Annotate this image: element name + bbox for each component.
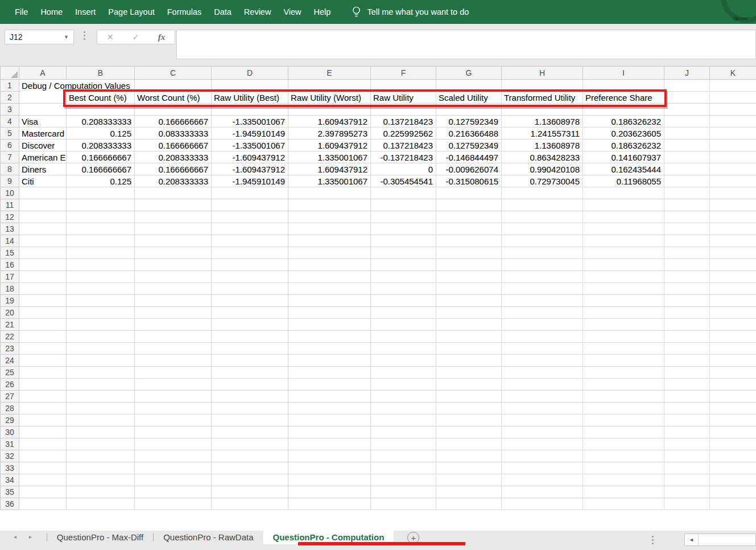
cell-E10[interactable]	[288, 187, 371, 199]
cell-C32[interactable]	[135, 450, 212, 462]
cell-I26[interactable]	[583, 379, 664, 391]
row-header-1[interactable]: 1	[1, 80, 19, 92]
cell-C28[interactable]	[135, 403, 212, 414]
cell-H20[interactable]	[502, 307, 583, 319]
cell-E15[interactable]	[288, 247, 371, 259]
cell-B15[interactable]	[67, 247, 135, 259]
cell-F17[interactable]	[371, 271, 436, 283]
cell-A35[interactable]	[19, 486, 67, 498]
cell-C23[interactable]	[135, 343, 212, 355]
cell-K1[interactable]	[710, 80, 756, 92]
cell-A7[interactable]: American Express	[19, 151, 67, 163]
cell-C4[interactable]: 0.166666667	[135, 116, 212, 128]
cell-H23[interactable]	[502, 343, 583, 355]
sheet-tab-maxdiff[interactable]: QuestionPro - Max-Diff	[47, 531, 153, 544]
cell-E11[interactable]	[288, 199, 371, 211]
cell-F1[interactable]	[371, 80, 436, 92]
cell-I7[interactable]: 0.141607937	[583, 151, 664, 163]
cell-H21[interactable]	[502, 319, 583, 331]
cell-A15[interactable]	[19, 247, 67, 259]
row-header-13[interactable]: 13	[1, 223, 19, 235]
cell-C26[interactable]	[135, 379, 212, 391]
cell-B12[interactable]	[67, 211, 135, 223]
cell-H32[interactable]	[502, 450, 583, 462]
cell-H35[interactable]	[502, 486, 583, 498]
cell-I8[interactable]: 0.162435444	[583, 163, 664, 175]
cell-J11[interactable]	[664, 199, 710, 211]
cell-B17[interactable]	[67, 271, 135, 283]
row-header-30[interactable]: 30	[1, 426, 19, 438]
cell-D26[interactable]	[212, 379, 288, 391]
cell-F11[interactable]	[371, 199, 436, 211]
cell-D11[interactable]	[212, 199, 288, 211]
cell-J14[interactable]	[664, 235, 710, 247]
cell-G29[interactable]	[436, 414, 502, 426]
cell-C10[interactable]	[135, 187, 212, 199]
col-header-J[interactable]: J	[664, 67, 710, 80]
cell-H34[interactable]	[502, 474, 583, 486]
cell-I3[interactable]	[583, 104, 664, 116]
cell-A16[interactable]	[19, 259, 67, 271]
cell-D16[interactable]	[212, 259, 288, 271]
cell-A24[interactable]	[19, 355, 67, 367]
cell-C9[interactable]: 0.208333333	[135, 175, 212, 187]
cell-H12[interactable]	[502, 211, 583, 223]
cell-G10[interactable]	[436, 187, 502, 199]
cell-K16[interactable]	[710, 259, 756, 271]
cell-A33[interactable]	[19, 462, 67, 474]
cell-E25[interactable]	[288, 367, 371, 379]
cell-I20[interactable]	[583, 307, 664, 319]
cell-E14[interactable]	[288, 235, 371, 247]
cell-H7[interactable]: 0.863428233	[502, 151, 583, 163]
formula-input[interactable]	[176, 30, 756, 59]
cell-G13[interactable]	[436, 223, 502, 235]
cell-K32[interactable]	[710, 450, 756, 462]
cell-K10[interactable]	[710, 187, 756, 199]
cell-F34[interactable]	[371, 474, 436, 486]
cell-D15[interactable]	[212, 247, 288, 259]
cell-J10[interactable]	[664, 187, 710, 199]
cell-G21[interactable]	[436, 319, 502, 331]
cell-A10[interactable]	[19, 187, 67, 199]
row-header-23[interactable]: 23	[1, 343, 19, 355]
cell-E13[interactable]	[288, 223, 371, 235]
cell-K14[interactable]	[710, 235, 756, 247]
cell-A30[interactable]	[19, 426, 67, 438]
cell-I24[interactable]	[583, 355, 664, 367]
cell-D4[interactable]: -1.335001067	[212, 116, 288, 128]
cell-F28[interactable]	[371, 403, 436, 414]
menu-item-view[interactable]: View	[277, 7, 307, 17]
cell-B26[interactable]	[67, 379, 135, 391]
cell-J1[interactable]	[664, 80, 710, 92]
col-header-D[interactable]: D	[212, 67, 288, 80]
row-header-33[interactable]: 33	[1, 462, 19, 474]
cell-G26[interactable]	[436, 379, 502, 391]
menu-item-home[interactable]: Home	[34, 7, 69, 17]
row-header-12[interactable]: 12	[1, 211, 19, 223]
insert-function-icon[interactable]: fx	[158, 32, 166, 42]
menu-item-data[interactable]: Data	[208, 7, 238, 17]
cell-F2[interactable]: Raw Utility	[371, 92, 436, 104]
cell-E5[interactable]: 2.397895273	[288, 128, 371, 139]
cell-F24[interactable]	[371, 355, 436, 367]
cell-F30[interactable]	[371, 426, 436, 438]
cell-B32[interactable]	[67, 450, 135, 462]
cell-A6[interactable]: Discover	[19, 139, 67, 151]
cell-C12[interactable]	[135, 211, 212, 223]
cell-J29[interactable]	[664, 414, 710, 426]
cell-J17[interactable]	[664, 271, 710, 283]
menu-item-page-layout[interactable]: Page Layout	[102, 7, 160, 17]
cell-A19[interactable]	[19, 295, 67, 307]
cell-D22[interactable]	[212, 331, 288, 343]
cell-I14[interactable]	[583, 235, 664, 247]
cell-G35[interactable]	[436, 486, 502, 498]
cell-H22[interactable]	[502, 331, 583, 343]
menu-item-help[interactable]: Help	[308, 7, 337, 17]
cell-K8[interactable]	[710, 163, 756, 175]
cell-H26[interactable]	[502, 379, 583, 391]
cell-B20[interactable]	[67, 307, 135, 319]
cell-H19[interactable]	[502, 295, 583, 307]
cell-B22[interactable]	[67, 331, 135, 343]
cell-G22[interactable]	[436, 331, 502, 343]
cell-G8[interactable]: -0.009626074	[436, 163, 502, 175]
